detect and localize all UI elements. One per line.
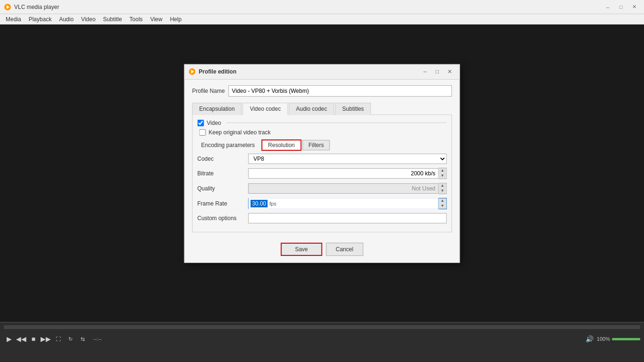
bitrate-spinner: ▲ ▼ [439, 167, 447, 179]
volume-percent: 100% [597, 336, 610, 342]
stop-button[interactable]: ■ [28, 334, 39, 344]
main-content: Profile edition – □ ✕ Profile Name Enca [0, 25, 644, 322]
window-controls: – □ ✕ [602, 1, 640, 13]
modal-overlay: Profile edition – □ ✕ Profile Name Enca [0, 25, 644, 322]
close-button[interactable]: ✕ [628, 1, 640, 13]
framerate-label: Frame Rate [198, 200, 245, 206]
quality-spinner: ▲ ▼ [439, 182, 447, 194]
video-checkbox[interactable] [198, 119, 204, 126]
codec-row: Codec VP8 VP9 H.264 [198, 153, 447, 164]
profile-name-input[interactable] [229, 85, 452, 96]
modal-footer: Save Cancel [185, 238, 460, 262]
framerate-down-button[interactable]: ▼ [439, 203, 446, 208]
custom-options-row: Custom options [198, 213, 447, 223]
menu-media[interactable]: Media [2, 15, 25, 24]
bitrate-up-button[interactable]: ▲ [439, 168, 446, 173]
modal-close-button[interactable]: ✕ [444, 66, 456, 78]
video-divider [227, 123, 447, 123]
video-checkbox-row: Video [198, 119, 447, 126]
menubar: Media Playback Audio Video Subtitle Tool… [0, 14, 644, 25]
custom-options-label: Custom options [198, 214, 245, 221]
codec-select[interactable]: VP8 VP9 H.264 [248, 153, 447, 164]
menu-subtitle[interactable]: Subtitle [99, 15, 126, 24]
modal-maximize-button[interactable]: □ [431, 66, 444, 78]
menu-help[interactable]: Help [166, 15, 185, 24]
sub-tab-resolution[interactable]: Resolution [262, 139, 302, 150]
framerate-control: 30.00 fps ▲ ▼ [248, 197, 447, 209]
quality-down-button[interactable]: ▼ [439, 188, 446, 193]
time-display: --:-- [93, 336, 102, 342]
app-icon [4, 3, 11, 11]
progress-bar[interactable] [4, 325, 640, 329]
custom-options-control [248, 213, 447, 223]
menu-tools[interactable]: Tools [126, 15, 147, 24]
modal-window-controls: – □ ✕ [419, 66, 456, 78]
video-checkbox-label: Video [207, 119, 221, 126]
next-button[interactable]: ▶▶ [41, 334, 51, 344]
player-controls: ▶ ◀◀ ■ ▶▶ ⛶ ↻ ⇆ --:-- 🔊 100% [0, 322, 644, 362]
framerate-input-wrapper: 30.00 fps [248, 198, 439, 208]
tab-audio-codec[interactable]: Audio codec [289, 102, 334, 115]
maximize-button[interactable]: □ [615, 1, 627, 13]
quality-control: ▲ ▼ [248, 182, 447, 194]
framerate-inner: 30.00 fps [249, 198, 438, 208]
fullscreen-button[interactable]: ⛶ [53, 334, 63, 344]
app-titlebar: VLC media player – □ ✕ [0, 0, 644, 14]
quality-up-button[interactable]: ▲ [439, 183, 446, 188]
sub-tab-filters[interactable]: Filters [302, 140, 330, 150]
profile-name-label: Profile Name [192, 87, 225, 94]
bitrate-input[interactable] [248, 168, 439, 178]
main-tabs: Encapsulation Video codec Audio codec Su… [192, 102, 452, 115]
save-button[interactable]: Save [281, 242, 322, 255]
modal-minimize-button[interactable]: – [419, 66, 431, 78]
volume-bar[interactable] [612, 338, 640, 340]
custom-options-input[interactable] [248, 213, 447, 223]
menu-video[interactable]: Video [77, 15, 99, 24]
framerate-up-button[interactable]: ▲ [439, 198, 446, 203]
bitrate-control: ▲ ▼ [248, 167, 447, 179]
quality-input [248, 183, 439, 193]
framerate-row: Frame Rate 30.00 fps ▲ ▼ [198, 197, 447, 209]
volume-area: 🔊 100% [585, 334, 640, 344]
modal-titlebar: Profile edition – □ ✕ [185, 64, 460, 79]
keep-original-label: Keep original video track [209, 129, 271, 135]
framerate-spinner: ▲ ▼ [439, 197, 447, 209]
keep-original-checkbox[interactable] [199, 129, 206, 135]
sub-tabs-container: Encoding parameters Resolution Filters [198, 139, 447, 150]
menu-audio[interactable]: Audio [55, 15, 77, 24]
quality-row: Quality ▲ ▼ [198, 182, 447, 194]
tab-content: Video Keep original video track Encoding… [192, 115, 452, 232]
modal-body: Profile Name Encapsulation Video codec A… [185, 79, 460, 238]
tab-video-codec[interactable]: Video codec [243, 102, 288, 115]
codec-label: Codec [198, 155, 245, 162]
framerate-highlight: 30.00 [251, 199, 268, 207]
quality-label: Quality [198, 185, 245, 191]
previous-button[interactable]: ◀◀ [16, 334, 26, 344]
modal-title: Profile edition [199, 68, 419, 75]
encoding-params-label: Encoding parameters [198, 140, 259, 149]
tab-encapsulation[interactable]: Encapsulation [192, 102, 242, 115]
cancel-button[interactable]: Cancel [326, 242, 363, 255]
menu-playback[interactable]: Playback [25, 15, 56, 24]
player-buttons-row: ▶ ◀◀ ■ ▶▶ ⛶ ↻ ⇆ --:-- 🔊 100% [0, 332, 644, 346]
profile-name-row: Profile Name [192, 85, 452, 96]
keep-original-row: Keep original video track [199, 129, 447, 135]
modal-dialog: Profile edition – □ ✕ Profile Name Enca [184, 64, 460, 263]
bitrate-down-button[interactable]: ▼ [439, 173, 446, 178]
menu-view[interactable]: View [147, 15, 166, 24]
play-button[interactable]: ▶ [4, 334, 14, 344]
framerate-unit: fps [270, 200, 277, 206]
modal-app-icon [189, 68, 196, 75]
shuffle-button[interactable]: ⇆ [77, 334, 88, 344]
loop-button[interactable]: ↻ [65, 334, 75, 344]
volume-fill [612, 338, 640, 340]
bitrate-label: Bitrate [198, 170, 245, 176]
volume-icon[interactable]: 🔊 [585, 334, 595, 344]
app-title: VLC media player [14, 4, 602, 10]
codec-control: VP8 VP9 H.264 [248, 153, 447, 164]
minimize-button[interactable]: – [602, 1, 614, 13]
bitrate-row: Bitrate ▲ ▼ [198, 167, 447, 179]
tab-subtitles[interactable]: Subtitles [335, 102, 371, 115]
